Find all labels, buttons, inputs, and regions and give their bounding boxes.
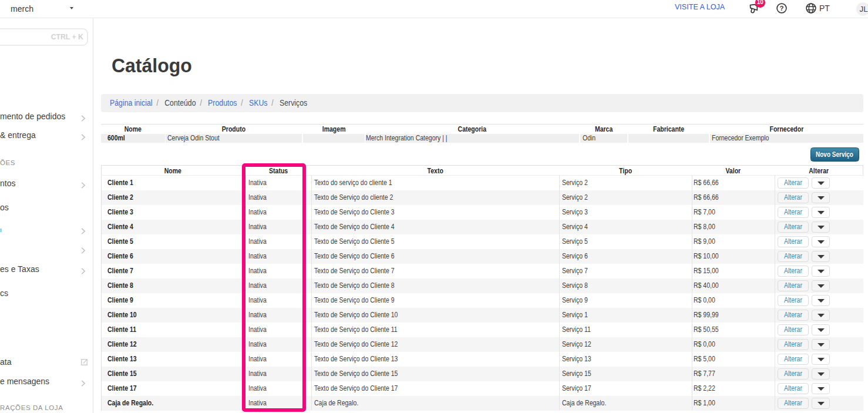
svg-text:?: ?	[779, 5, 783, 12]
